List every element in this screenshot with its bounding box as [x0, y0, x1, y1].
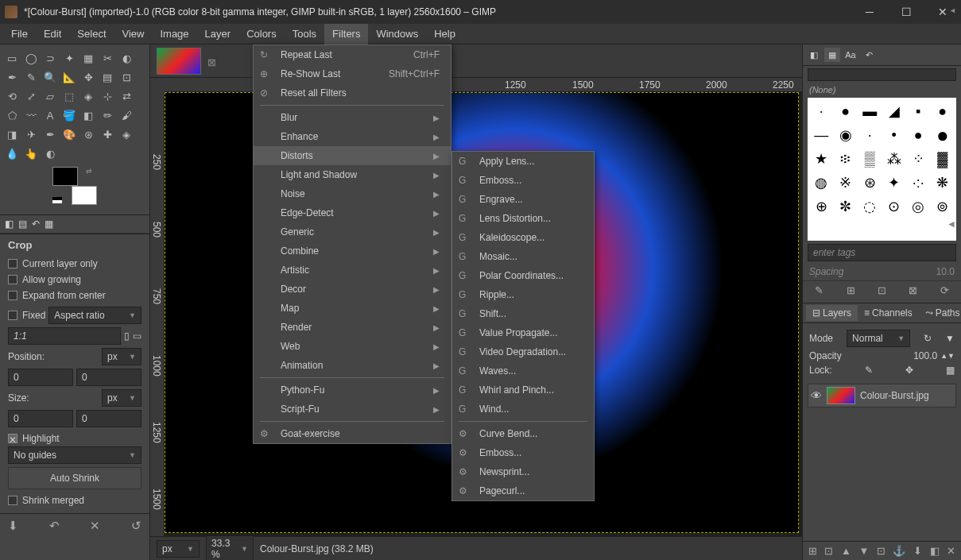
panel-menu2-icon[interactable]: ◄ — [949, 6, 956, 14]
rect-select-tool[interactable]: ▭ — [3, 49, 21, 67]
new-group-icon[interactable]: ⊡ — [824, 545, 833, 557]
merge-layer-icon[interactable]: ⬇ — [913, 545, 922, 557]
images-tab-icon[interactable]: ▦ — [45, 218, 53, 230]
menuitem-noise[interactable]: Noise▶ — [254, 184, 451, 203]
menu-edit[interactable]: Edit — [36, 24, 69, 44]
restore-options-icon[interactable]: ↶ — [49, 519, 60, 533]
enter-tags-field[interactable]: enter tags — [808, 244, 956, 261]
raise-layer-icon[interactable]: ▲ — [841, 545, 851, 557]
aspect-select[interactable]: Aspect ratio▼ — [48, 307, 141, 324]
pos-unit-select[interactable]: px▼ — [102, 348, 141, 365]
paths-tool[interactable]: ✒ — [3, 68, 21, 86]
blur-tool[interactable]: 💧 — [3, 145, 21, 162]
mode-switch-icon[interactable]: ↻ — [924, 333, 932, 344]
menuitem-repeat-last[interactable]: ↻Repeat LastCtrl+F — [254, 45, 451, 64]
menuitem-polar-coordinates-[interactable]: GPolar Coordinates... — [452, 266, 635, 285]
highlight-checkbox[interactable]: ✕Highlight — [8, 431, 141, 446]
size-w-field[interactable]: 0 — [8, 410, 73, 427]
menuitem-python-fu[interactable]: Python-Fu▶ — [254, 380, 451, 400]
heal-tool[interactable]: ✚ — [99, 126, 116, 143]
crop-tool[interactable]: ⊡ — [118, 68, 135, 86]
fuzzy-select-tool[interactable]: ✦ — [60, 49, 78, 67]
menu-windows[interactable]: Windows — [368, 24, 426, 44]
guides-select[interactable]: No guides▼ — [8, 446, 141, 464]
menuitem-combine[interactable]: Combine▶ — [254, 241, 451, 261]
shrink-merged-checkbox[interactable]: Shrink merged — [8, 492, 141, 508]
bg-color[interactable] — [72, 186, 97, 205]
menuitem-ripple-[interactable]: GRipple... — [452, 285, 635, 304]
menuitem-emboss-[interactable]: GEmboss... — [452, 171, 635, 190]
delete-layer-icon[interactable]: ✕ — [947, 545, 955, 557]
mode-select[interactable]: Normal▼ — [847, 330, 910, 347]
pos-x-field[interactable]: 0 — [8, 369, 73, 386]
delete-brush-icon[interactable]: ⊠ — [909, 284, 917, 296]
menuitem-shift-[interactable]: GShift... — [452, 304, 635, 323]
menu-select[interactable]: Select — [69, 24, 114, 44]
pencil-tool[interactable]: ✏ — [99, 106, 116, 124]
menuitem-newsprint-[interactable]: ⚙Newsprint... — [452, 462, 635, 481]
menuitem-apply-lens-[interactable]: GApply Lens... — [452, 152, 635, 171]
new-layer-icon[interactable]: ⊞ — [808, 545, 817, 557]
lock-position-icon[interactable]: ✥ — [905, 365, 913, 376]
layer-thumbnail[interactable] — [827, 387, 855, 404]
menuitem-wind-[interactable]: GWind... — [452, 400, 635, 419]
refresh-brush-icon[interactable]: ⟳ — [940, 284, 949, 296]
menuitem-emboss-[interactable]: ⚙Emboss... — [452, 443, 635, 462]
move-tool[interactable]: ✥ — [79, 68, 97, 86]
gradient-tool[interactable]: ◧ — [79, 106, 97, 124]
visibility-icon[interactable]: 👁 — [811, 389, 822, 402]
close-tab-icon[interactable]: ⊠ — [207, 56, 217, 66]
zoom-select[interactable]: 33.3 %▼ — [206, 535, 254, 561]
menu-tools[interactable]: Tools — [285, 24, 324, 44]
by-color-select-tool[interactable]: ▦ — [79, 49, 97, 67]
menu-view[interactable]: View — [114, 24, 153, 44]
airbrush-tool[interactable]: ✈ — [22, 126, 40, 143]
history-tab-icon[interactable]: ↶ — [32, 218, 40, 230]
perspective-tool[interactable]: ⬚ — [60, 87, 78, 105]
smudge-tool[interactable]: 👆 — [22, 145, 40, 162]
layers-tab[interactable]: ⊟Layers — [806, 305, 858, 321]
auto-shrink-button[interactable]: Auto Shrink — [8, 467, 141, 489]
pos-y-field[interactable]: 0 — [76, 369, 141, 386]
unit-select[interactable]: px▼ — [157, 540, 200, 558]
ink-tool[interactable]: ✒ — [41, 126, 59, 143]
measure-tool[interactable]: 📐 — [60, 68, 78, 86]
menuitem-pagecurl-[interactable]: ⚙Pagecurl... — [452, 481, 635, 500]
text-tool[interactable]: A — [41, 106, 59, 124]
menuitem-decor[interactable]: Decor▶ — [254, 280, 451, 299]
menuitem-render[interactable]: Render▶ — [254, 318, 451, 337]
menu-file[interactable]: File — [3, 24, 36, 44]
transform-tool[interactable]: ◈ — [79, 87, 97, 105]
clone-tool[interactable]: ⊛ — [79, 126, 97, 143]
save-options-icon[interactable]: ⬇ — [8, 519, 18, 533]
color-picker-tool[interactable]: ✎ — [22, 68, 40, 86]
shear-tool[interactable]: ▱ — [41, 87, 59, 105]
reset-colors-icon[interactable] — [52, 197, 62, 203]
menuitem-whirl-and-pinch-[interactable]: GWhirl and Pinch... — [452, 380, 635, 400]
scale-tool[interactable]: ⤢ — [22, 87, 40, 105]
zoom-tool[interactable]: 🔍 — [41, 68, 59, 86]
device-status-tab-icon[interactable]: ▤ — [18, 218, 27, 230]
menuitem-mosaic-[interactable]: GMosaic... — [452, 247, 635, 266]
menuitem-curve-bend-[interactable]: ⚙Curve Bend... — [452, 424, 635, 443]
menuitem-script-fu[interactable]: Script-Fu▶ — [254, 400, 451, 419]
new-brush-icon[interactable]: ⊞ — [847, 284, 855, 296]
menuitem-engrave-[interactable]: GEngrave... — [452, 190, 635, 209]
paths-tab[interactable]: ⤳Paths — [919, 305, 961, 321]
tool-options-tab-icon[interactable]: ◧ — [5, 218, 14, 230]
menu-filters[interactable]: Filters — [324, 24, 368, 44]
swap-colors-icon[interactable]: ⇄ — [86, 167, 92, 175]
delete-options-icon[interactable]: ✕ — [90, 519, 100, 533]
lower-layer-icon[interactable]: ▼ — [858, 545, 869, 557]
dodge-tool[interactable]: ◐ — [41, 145, 59, 162]
anchor-layer-icon[interactable]: ⚓ — [893, 545, 905, 557]
scissors-tool[interactable]: ✂ — [99, 49, 116, 67]
menuitem-artistic[interactable]: Artistic▶ — [254, 261, 451, 280]
duplicate-layer-icon[interactable]: ⊡ — [877, 545, 885, 557]
panel-menu-icon[interactable]: ◄ — [947, 218, 956, 230]
image-tab-thumbnail[interactable] — [157, 48, 201, 75]
brushes-tab-icon[interactable]: ◧ — [806, 48, 822, 62]
menuitem-kaleidoscope-[interactable]: GKaleidoscope... — [452, 228, 635, 247]
menu-colors[interactable]: Colors — [238, 24, 285, 44]
size-h-field[interactable]: 0 — [76, 410, 141, 427]
